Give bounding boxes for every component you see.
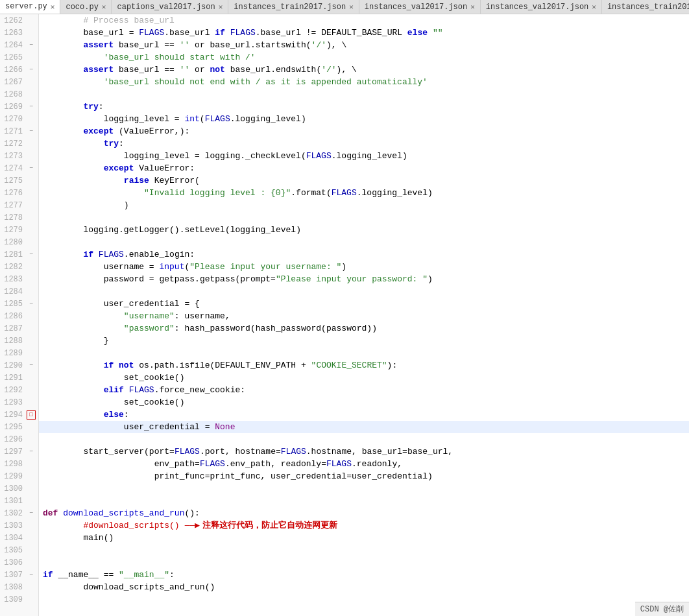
fold-icon[interactable]	[27, 29, 36, 38]
fold-icon[interactable]	[27, 312, 36, 321]
fold-minus-icon[interactable]: −	[27, 65, 36, 75]
code-line-1281: if FLAGS.enable_login:	[39, 248, 689, 261]
close-icon[interactable]: ✕	[219, 3, 223, 11]
code-line-1266: assert base_url == '' or not base_url.en…	[39, 64, 689, 76]
fold-icon[interactable]	[27, 176, 36, 185]
fold-minus-icon[interactable]: −	[27, 509, 36, 518]
tab-bar: server.py ✕ coco.py ✕ captions_val2017.j…	[0, 0, 689, 14]
fold-icon[interactable]	[27, 139, 36, 148]
gutter-row: 1270	[0, 113, 38, 125]
gutter-row: 1308	[0, 581, 38, 593]
code-line-1297: start_server(port=FLAGS.port, hostname=F…	[39, 445, 689, 458]
tab-instances-val-2[interactable]: instances_val2017.json ✕	[481, 0, 602, 14]
code-lines: # Process base_url base_url = FLAGS.base…	[39, 14, 689, 606]
gutter-row: 1294 □	[0, 409, 38, 421]
fold-icon[interactable]	[27, 287, 36, 296]
fold-icon[interactable]	[27, 472, 36, 481]
tab-server-py[interactable]: server.py ✕	[0, 0, 60, 14]
code-line-1294: else:	[39, 409, 689, 421]
fold-icon[interactable]	[27, 583, 36, 592]
gutter-row: 1293	[0, 396, 38, 409]
close-icon[interactable]: ✕	[51, 3, 55, 11]
fold-minus-icon[interactable]: −	[27, 447, 36, 456]
tab-coco-py[interactable]: coco.py ✕	[60, 0, 112, 14]
tab-captions[interactable]: captions_val2017.json ✕	[112, 0, 228, 14]
code-line-1292: elif FLAGS.force_new_cookie:	[39, 384, 689, 396]
fold-icon[interactable]	[27, 398, 36, 407]
fold-icon[interactable]	[27, 558, 36, 567]
fold-icon[interactable]	[27, 226, 36, 235]
gutter-row: 1300	[0, 482, 38, 495]
fold-icon[interactable]	[27, 435, 36, 444]
code-area[interactable]: # Process base_url base_url = FLAGS.base…	[39, 14, 689, 616]
code-line-1267: 'base_url should not end with / as it is…	[39, 76, 689, 88]
tab-label: captions_val2017.json	[117, 3, 215, 12]
fold-icon[interactable]	[27, 595, 36, 604]
fold-minus-icon[interactable]: −	[27, 300, 36, 309]
code-line-1306	[39, 556, 689, 569]
fold-icon[interactable]	[27, 484, 36, 493]
fold-icon[interactable]	[27, 16, 36, 25]
code-line-1282: username = input("Please input your user…	[39, 261, 689, 273]
close-icon[interactable]: ✕	[349, 3, 354, 11]
close-icon[interactable]: ✕	[592, 3, 596, 11]
fold-icon[interactable]	[27, 152, 36, 161]
fold-minus-icon[interactable]: −	[27, 361, 36, 370]
tab-label: server.py	[5, 2, 47, 11]
fold-icon[interactable]	[27, 534, 36, 543]
code-line-1302: def download_scripts_and_run():	[39, 507, 689, 519]
code-line-1291: set_cookie()	[39, 372, 689, 384]
fold-icon[interactable]	[27, 90, 36, 99]
gutter-row: 1284	[0, 285, 38, 298]
fold-icon[interactable]	[27, 337, 36, 346]
gutter-row: 1297 −	[0, 445, 38, 458]
gutter-row: 1280	[0, 236, 38, 248]
fold-minus-icon[interactable]: −	[27, 41, 36, 50]
fold-minus-icon[interactable]: −	[27, 102, 36, 112]
fold-icon[interactable]	[27, 78, 36, 87]
gutter-row: 1299	[0, 470, 38, 482]
tab-instances-val-1[interactable]: instances_val2017.json ✕	[359, 0, 481, 14]
gutter-row: 1272	[0, 137, 38, 150]
fold-icon[interactable]	[27, 275, 36, 284]
code-line-1271: except (ValueError,):	[39, 125, 689, 137]
fold-icon[interactable]	[27, 497, 36, 506]
fold-icon[interactable]	[27, 521, 36, 530]
code-line-1280	[39, 236, 689, 248]
fold-icon[interactable]	[27, 201, 36, 210]
close-icon[interactable]: ✕	[102, 3, 106, 11]
fold-minus-icon[interactable]: −	[27, 571, 36, 580]
fold-icon[interactable]	[27, 189, 36, 198]
tab-instances-train[interactable]: instances_train2017.json ✕	[228, 0, 359, 14]
fold-icon[interactable]	[27, 546, 36, 555]
tab-instances-train-2[interactable]: instances_train2017.json ✕	[602, 0, 689, 14]
fold-icon[interactable]	[27, 263, 36, 272]
close-icon[interactable]: ✕	[470, 3, 475, 11]
fold-icon[interactable]	[27, 53, 36, 62]
fold-minus-icon[interactable]: −	[27, 250, 36, 259]
fold-minus-icon[interactable]: −	[27, 127, 36, 136]
code-line-1299: print_func=print_func, user_credential=u…	[39, 470, 689, 482]
fold-icon[interactable]	[27, 324, 36, 333]
gutter-row: 1295	[0, 421, 38, 433]
fold-icon[interactable]	[27, 373, 36, 383]
code-line-1285: user_credential = {	[39, 298, 689, 310]
fold-icon[interactable]	[27, 349, 36, 358]
fold-icon[interactable]	[27, 115, 36, 124]
fold-icon[interactable]	[27, 386, 36, 395]
code-line-1298: env_path=FLAGS.env_path, readonly=FLAGS.…	[39, 458, 689, 470]
gutter-row: 1275	[0, 174, 38, 187]
fold-minus-icon[interactable]: −	[27, 164, 36, 173]
code-line-1265: 'base_url should start with /'	[39, 51, 689, 64]
fold-icon[interactable]	[27, 238, 36, 247]
fold-icon[interactable]	[27, 213, 36, 222]
fold-icon[interactable]	[27, 423, 36, 432]
gutter-row: 1262	[0, 14, 38, 27]
fold-red-icon[interactable]: □	[27, 410, 36, 420]
gutter-row: 1307 −	[0, 569, 38, 581]
fold-icon[interactable]	[27, 460, 36, 469]
code-line-1309	[39, 593, 689, 606]
gutter-row: 1277	[0, 199, 38, 211]
code-line-1278	[39, 211, 689, 224]
code-line-1287: "password": hash_password(hash_password(…	[39, 322, 689, 335]
